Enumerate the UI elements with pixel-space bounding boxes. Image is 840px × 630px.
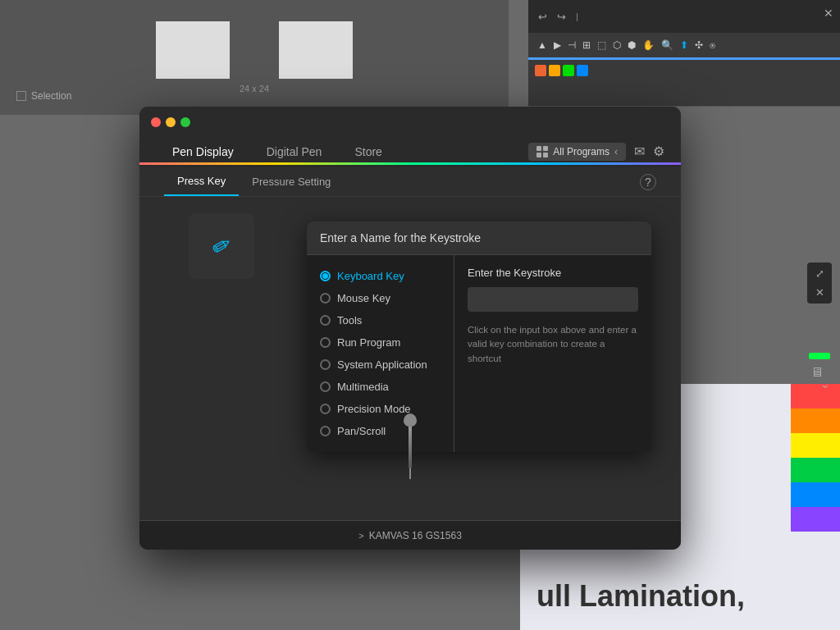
radio-circle-pan-scroll bbox=[320, 426, 331, 436]
hand-icon[interactable]: ✋ bbox=[640, 38, 657, 52]
selection-checkbox[interactable] bbox=[16, 91, 26, 101]
dialog-title: Enter a Name for the Keystroke bbox=[307, 221, 651, 255]
corner-icon[interactable]: ⊣ bbox=[565, 38, 578, 52]
programs-grid-icon bbox=[536, 146, 548, 158]
status-text: > KAMVAS 16 GS1563 bbox=[358, 530, 462, 541]
strip-red bbox=[791, 384, 840, 409]
expand-icon[interactable]: ⤢ bbox=[815, 267, 824, 280]
redo-icon[interactable]: ↪ bbox=[554, 9, 569, 25]
close-button-rt[interactable]: ✕ bbox=[824, 7, 833, 20]
dialog-body: Keyboard Key Mouse Key Tools Run Program bbox=[307, 255, 651, 452]
move-icon[interactable]: ✣ bbox=[692, 38, 705, 52]
pen-grip bbox=[404, 413, 417, 427]
settings-icon[interactable]: ⚙ bbox=[653, 144, 664, 159]
lasso-icon[interactable]: ⬡ bbox=[610, 38, 623, 52]
app-window: Pen Display Digital Pen Store All Progra… bbox=[139, 107, 681, 550]
strip-green bbox=[791, 458, 840, 482]
tab-bar-right: All Programs ‹ ✉ ⚙ bbox=[528, 143, 664, 161]
pen-tip-visual bbox=[404, 413, 417, 479]
dialog-radio-list: Keyboard Key Mouse Key Tools Run Program bbox=[307, 255, 454, 452]
canvas-area: 24 x 24 bbox=[0, 0, 509, 115]
strip-blue bbox=[791, 482, 840, 507]
radio-circle-system-application bbox=[320, 359, 331, 370]
colorful-strips bbox=[791, 384, 840, 548]
pen-icon-area: ✏ bbox=[189, 213, 254, 279]
pen-tip bbox=[409, 468, 411, 479]
keystroke-dialog: Enter a Name for the Keystroke Keyboard … bbox=[307, 221, 651, 452]
keystroke-input[interactable] bbox=[468, 287, 638, 312]
device-name: KAMVAS 16 GS1563 bbox=[369, 530, 462, 541]
wand-icon[interactable]: ⍟ bbox=[707, 38, 718, 52]
toolbar-separator: | bbox=[576, 11, 578, 21]
all-programs-button[interactable]: All Programs ‹ bbox=[528, 143, 626, 161]
canvas-rect-2 bbox=[279, 21, 353, 79]
close-panel-icon[interactable]: ✕ bbox=[815, 286, 824, 299]
bottom-right-text: ull Lamination, bbox=[536, 579, 745, 614]
radio-multimedia[interactable]: Multimedia bbox=[307, 376, 454, 398]
traffic-lights bbox=[151, 117, 190, 127]
undo-icon[interactable]: ↩ bbox=[535, 9, 550, 25]
green-bar bbox=[809, 353, 830, 359]
main-content: ✏ Enter a Name for the Keystroke Keyboar… bbox=[139, 197, 681, 520]
tab-bar: Pen Display Digital Pen Store All Progra… bbox=[139, 138, 681, 167]
grid-icon[interactable]: ⊞ bbox=[580, 38, 593, 52]
radio-circle-run-program bbox=[320, 337, 331, 348]
sub-tab-bar: Press Key Pressure Setting ? bbox=[139, 167, 681, 197]
canvas-rect-1 bbox=[156, 21, 230, 79]
dialog-right-panel: Enter the Keystroke Click on the input b… bbox=[454, 255, 651, 452]
cursor-icon[interactable]: ⬆ bbox=[678, 38, 691, 52]
play-icon[interactable]: ▶ bbox=[551, 38, 564, 52]
minimize-traffic-light[interactable] bbox=[166, 117, 176, 127]
arrow-icon[interactable]: ▲ bbox=[535, 38, 550, 52]
select-icon[interactable]: ⬚ bbox=[595, 38, 609, 52]
chevron-down-icon: ‹ bbox=[614, 146, 618, 158]
radio-run-program[interactable]: Run Program bbox=[307, 331, 454, 354]
radio-mouse-key[interactable]: Mouse Key bbox=[307, 287, 454, 309]
radio-circle-mouse-key bbox=[320, 293, 331, 304]
title-bar bbox=[139, 107, 681, 138]
sub-tab-press-key[interactable]: Press Key bbox=[164, 167, 239, 196]
radio-precision-mode[interactable]: Precision Mode bbox=[307, 398, 454, 420]
color-swatch-1[interactable] bbox=[535, 65, 546, 76]
radio-system-application[interactable]: System Application bbox=[307, 354, 454, 376]
color-row bbox=[528, 60, 840, 81]
radio-keyboard-key[interactable]: Keyboard Key bbox=[307, 265, 454, 287]
color-swatch-3[interactable] bbox=[563, 65, 574, 76]
pen-body bbox=[409, 427, 412, 468]
tab-store[interactable]: Store bbox=[338, 138, 398, 165]
canvas-size-label: 24 x 24 bbox=[156, 84, 353, 94]
right-panel: ⤢ ✕ bbox=[807, 262, 832, 304]
selection-label: Selection bbox=[16, 90, 71, 102]
zoom-icon[interactable]: 🔍 bbox=[659, 38, 676, 52]
tab-pen-display[interactable]: Pen Display bbox=[156, 138, 250, 165]
radio-circle-keyboard-key bbox=[320, 271, 331, 281]
status-bar: > KAMVAS 16 GS1563 bbox=[139, 520, 681, 550]
close-traffic-light[interactable] bbox=[151, 117, 161, 127]
strip-yellow bbox=[791, 433, 840, 458]
tab-digital-pen[interactable]: Digital Pen bbox=[250, 138, 339, 165]
strip-purple bbox=[791, 507, 840, 532]
help-icon[interactable]: ? bbox=[640, 174, 656, 190]
pen-symbol-icon: ✏ bbox=[207, 230, 236, 262]
color-swatch-4[interactable] bbox=[577, 65, 588, 76]
radio-circle-precision-mode bbox=[320, 404, 331, 414]
radio-circle-tools bbox=[320, 315, 331, 326]
maximize-traffic-light[interactable] bbox=[180, 117, 190, 127]
radio-tools[interactable]: Tools bbox=[307, 309, 454, 331]
strip-orange bbox=[791, 409, 840, 433]
mail-icon[interactable]: ✉ bbox=[634, 144, 645, 159]
color-swatch-2[interactable] bbox=[549, 65, 560, 76]
right-toolbar: ↩ ↪ | ✕ ▲ ▶ ⊣ ⊞ ⬚ ⬡ ⬢ ✋ 🔍 ⬆ ✣ ⍟ bbox=[528, 0, 840, 107]
keystroke-hint: Click on the input box above and enter a… bbox=[468, 323, 638, 366]
toolbar-icons-row: ▲ ▶ ⊣ ⊞ ⬚ ⬡ ⬢ ✋ 🔍 ⬆ ✣ ⍟ bbox=[528, 33, 840, 57]
radio-pan-scroll[interactable]: Pan/Scroll bbox=[307, 420, 454, 442]
toolbar-top: ↩ ↪ | ✕ bbox=[528, 0, 840, 33]
keystroke-label: Enter the Keystroke bbox=[468, 267, 638, 279]
sub-tab-pressure-setting[interactable]: Pressure Setting bbox=[239, 167, 344, 196]
polygon-icon[interactable]: ⬢ bbox=[625, 38, 638, 52]
radio-circle-multimedia bbox=[320, 381, 331, 392]
scroll-down-icon[interactable]: ⌄ bbox=[820, 377, 830, 390]
chevron-right-icon: > bbox=[358, 531, 363, 541]
